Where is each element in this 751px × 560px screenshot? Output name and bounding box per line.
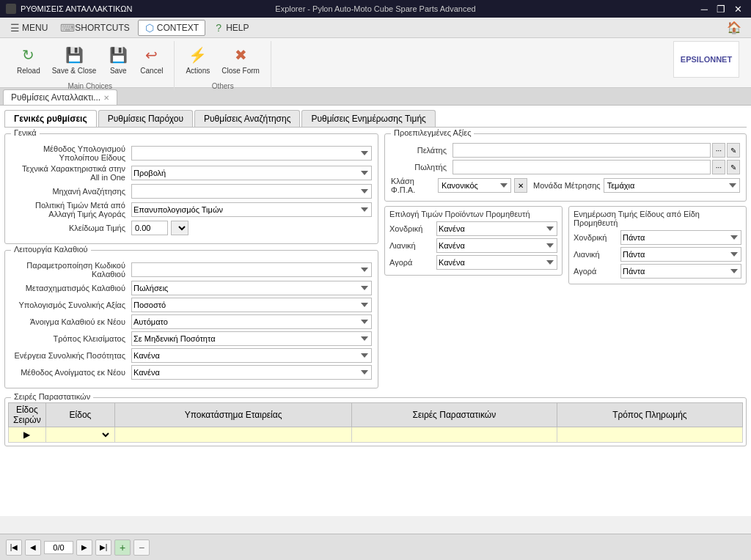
doc-tab[interactable]: Ρυθμίσεις Ανταλλακτι... ✕	[3, 89, 117, 105]
methodos-ypoloipou-row: Μέθοδος Υπολογισμού Υπολοίπου Είδους	[11, 144, 372, 162]
nav-next-button[interactable]: ▶	[76, 539, 92, 556]
methodos-anoigm-select[interactable]: Κανένα	[131, 365, 372, 380]
sires-title: Σειρές Παραστατικών	[11, 392, 93, 401]
save-close-button[interactable]: 💾 Save & Close	[47, 41, 102, 79]
tab-anazitisis[interactable]: Ρυθμίσεις Αναζήτησης	[194, 110, 300, 127]
row-eidos[interactable]	[45, 427, 115, 443]
nav-last-button[interactable]: ▶|	[95, 539, 111, 556]
row-eidos-select[interactable]	[49, 428, 112, 441]
tab-enimeroseis-timis[interactable]: Ρυθμίσεις Ενημέρωσης Τιμής	[301, 110, 435, 127]
save-icon: 💾	[108, 45, 128, 65]
pelatis-row: Πελάτης ··· ✎	[391, 143, 740, 158]
politis-dots-button[interactable]: ···	[712, 160, 725, 174]
epilogi-lianike-row: Λιανική Κανένα	[389, 238, 557, 253]
table-row-new: ▶	[9, 427, 743, 443]
help-button[interactable]: ? HELP	[207, 20, 255, 36]
parametropoiisi-select[interactable]	[131, 262, 372, 277]
row-ypokatastatima[interactable]	[115, 427, 352, 443]
title-bar-controls: ─ ❐ ✕	[698, 4, 745, 15]
epilogi-agora-row: Αγορά Κανένα	[389, 255, 557, 270]
close-form-label: Close Form	[221, 67, 260, 75]
ypologismos-select[interactable]: Ποσοστό	[131, 298, 372, 312]
tab2-label: Ρυθμίσεις Παρόχου	[108, 114, 183, 124]
parametropoiisi-label: Παραμετροποίηση Κωδικού Καλαθιού	[11, 261, 128, 279]
kleidoma-select[interactable]	[171, 221, 188, 235]
window-title: Explorer - Pylon Auto-Moto Cube Spare Pa…	[275, 4, 475, 13]
col-eidos-seiron: Είδος Σειρών	[9, 403, 46, 427]
enimerosi-section: Ενημέρωση Τιμής Είδους από Είδη Προμηθευ…	[568, 206, 747, 289]
tab1-label: Γενικές ρυθμίσεις	[14, 114, 87, 124]
politiki-select[interactable]: Επανυπολογισμός Τιμών	[131, 202, 372, 217]
row-tropos[interactable]	[557, 427, 742, 443]
content-columns: Γενικά Μέθοδος Υπολογισμού Υπολοίπου Είδ…	[4, 133, 747, 394]
close-window-button[interactable]: ✕	[731, 4, 745, 15]
minimize-button[interactable]: ─	[698, 4, 711, 15]
tropos-kleisim-select[interactable]: Σε Μηδενική Ποσότητα	[131, 331, 372, 346]
energeia-select[interactable]: Κανένα	[131, 348, 372, 363]
metaschim-select[interactable]: Πωλήσεις	[131, 281, 372, 295]
logo-text: EPSILONNET	[681, 55, 732, 64]
epilogi-xondriki-row: Χονδρική Κανένα	[389, 221, 557, 236]
page-indicator: 0/0	[44, 541, 73, 554]
main-choices-group: ↻ Reload 💾 Save & Close 💾 Save ↩ Cancel …	[6, 41, 175, 90]
leitourgia-group: Λειτουργία Καλαθιού Παραμετροποίηση Κωδι…	[4, 250, 378, 388]
monad-select[interactable]: Τεμάχια	[604, 178, 740, 193]
politis-row: Πωλητής ··· ✎	[391, 160, 740, 174]
others-group: ⚡ Actions ✖ Close Form Others	[175, 41, 271, 90]
home-button[interactable]: 🏠	[720, 18, 748, 37]
cancel-icon: ↩	[142, 45, 162, 65]
epilogi-lianike-select[interactable]: Κανένα	[436, 238, 557, 253]
tab-close-button[interactable]: ✕	[103, 94, 109, 102]
help-label: HELP	[226, 23, 249, 33]
epilogi-xondriki-select[interactable]: Κανένα	[436, 221, 557, 236]
politiki-label: Πολιτική Τιμών Μετά από Αλλαγή Τιμής Αγο…	[11, 201, 128, 218]
nav-first-button[interactable]: |◀	[6, 539, 22, 556]
pelatis-dots-button[interactable]: ···	[712, 143, 725, 158]
page-tabs: Γενικές ρυθμίσεις Ρυθμίσεις Παρόχου Ρυθμ…	[4, 110, 747, 128]
tab-geniki-rythmiseis[interactable]: Γενικές ρυθμίσεις	[4, 110, 97, 127]
doc-tab-bar: Ρυθμίσεις Ανταλλακτι... ✕	[0, 88, 751, 106]
methodos-ypoloipou-select[interactable]	[131, 146, 372, 161]
klasi-select[interactable]: Κανονικός	[438, 178, 511, 193]
klasi-x-button[interactable]: ✕	[514, 178, 527, 193]
shortcuts-button[interactable]: ⌨ SHORTCUTS	[56, 20, 136, 36]
delete-record-button[interactable]: −	[133, 539, 150, 556]
politis-input[interactable]	[453, 160, 711, 174]
save-button[interactable]: 💾 Save	[103, 41, 133, 79]
context-label: CONTEXT	[157, 23, 199, 33]
enimerosi-agora-select[interactable]: Πάντα	[620, 264, 741, 279]
add-record-button[interactable]: +	[114, 539, 131, 556]
proepileges-section: Προεπιλεγμένες Αξίες Πελάτης ··· ✎ Πωλητ…	[384, 133, 747, 202]
menu-button[interactable]: ☰ MENU	[3, 20, 54, 36]
reload-button[interactable]: ↻ Reload	[12, 41, 45, 79]
save-close-icon: 💾	[64, 45, 84, 65]
enimerosi-lianike-select[interactable]: Πάντα	[620, 247, 741, 262]
pelatis-edit-button[interactable]: ✎	[727, 143, 740, 158]
maximize-button[interactable]: ❐	[714, 4, 728, 15]
title-bar: ΡΥΘΜΙΣΕΙΣ ΑΝΤΑΛΛΑΚΤΙΚΩΝ Explorer - Pylon…	[0, 0, 751, 18]
kleidoma-input[interactable]	[131, 221, 168, 235]
methodos-anoigm-label: Μέθοδος Ανοίγματος εκ Νέου	[11, 368, 128, 377]
actions-label: Actions	[186, 67, 210, 75]
texnika-select[interactable]: Προβολή	[131, 166, 372, 180]
context-button[interactable]: ⬡ CONTEXT	[138, 20, 205, 36]
close-form-button[interactable]: ✖ Close Form	[216, 41, 265, 79]
nav-prev-button[interactable]: ◀	[25, 539, 41, 556]
cancel-button[interactable]: ↩ Cancel	[135, 41, 168, 79]
fpa-row: Κλάση Φ.Π.Α. Κανονικός ✕ Μονάδα Μέτρησης…	[391, 177, 740, 194]
actions-button[interactable]: ⚡ Actions	[180, 41, 215, 79]
mixani-row: Μηχανή Αναζήτησης	[11, 184, 372, 199]
mixani-select[interactable]	[131, 184, 372, 199]
ypologismos-label: Υπολογισμός Συνολικής Αξίας	[11, 301, 128, 309]
tab-parochou[interactable]: Ρυθμίσεις Παρόχου	[98, 110, 193, 127]
enimerosi-xondriki-select[interactable]: Πάντα	[620, 230, 741, 245]
politis-edit-button[interactable]: ✎	[727, 160, 740, 174]
pelatis-input[interactable]	[453, 143, 711, 158]
menu-bar: ☰ MENU ⌨ SHORTCUTS ⬡ CONTEXT ? HELP 🏠	[0, 18, 751, 38]
anoigma-select[interactable]: Αυτόματο	[131, 314, 372, 329]
epilogi-agora-select[interactable]: Κανένα	[436, 255, 557, 270]
proepileges-title: Προεπιλεγμένες Αξίες	[391, 128, 474, 137]
app-icon	[6, 4, 16, 14]
row-sires[interactable]	[351, 427, 557, 443]
parametropoiisi-row: Παραμετροποίηση Κωδικού Καλαθιού	[11, 261, 372, 279]
